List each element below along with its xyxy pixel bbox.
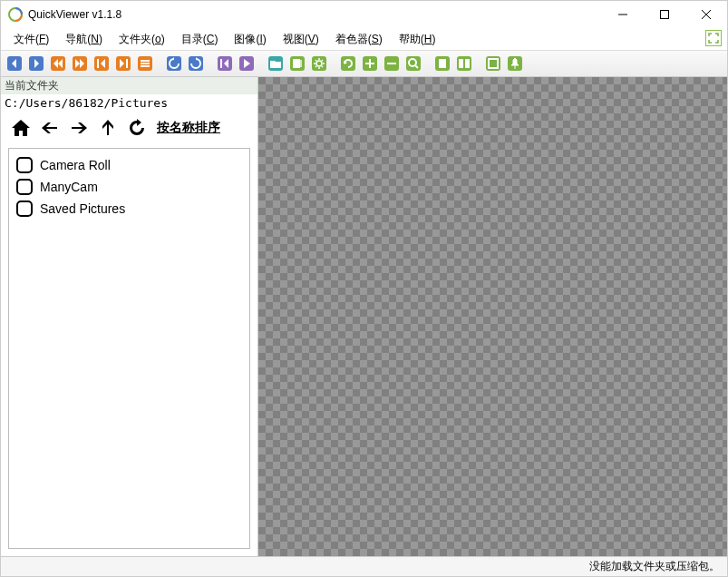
dual-page-button[interactable] bbox=[454, 54, 474, 73]
bookmark-list-button[interactable] bbox=[135, 54, 155, 73]
folder-name: Saved Pictures bbox=[40, 201, 125, 216]
sidebar: 当前文件夹 C:/Users/86182/Pictures 按名称排序 Came… bbox=[1, 77, 258, 556]
folder-item[interactable]: Saved Pictures bbox=[13, 198, 246, 220]
catalog-button[interactable] bbox=[287, 54, 307, 73]
nav-forward-button[interactable] bbox=[66, 115, 92, 141]
svg-rect-24 bbox=[300, 60, 302, 67]
close-button[interactable] bbox=[685, 1, 727, 28]
svg-rect-32 bbox=[387, 63, 396, 64]
image-viewer[interactable] bbox=[258, 77, 727, 556]
rotate-left-button[interactable] bbox=[164, 54, 184, 73]
svg-rect-12 bbox=[126, 59, 128, 68]
folder-list: Camera Roll ManyCam Saved Pictures bbox=[8, 148, 250, 549]
folder-icon bbox=[16, 200, 33, 217]
slideshow-play-button[interactable] bbox=[237, 54, 257, 73]
menu-view[interactable]: 视图(V) bbox=[276, 30, 326, 49]
rotate-right-button[interactable] bbox=[186, 54, 206, 73]
settings-button[interactable] bbox=[309, 54, 329, 73]
svg-rect-16 bbox=[141, 65, 150, 67]
pin-button[interactable] bbox=[505, 54, 525, 73]
single-page-button[interactable] bbox=[432, 54, 452, 73]
prev-button[interactable] bbox=[5, 54, 24, 73]
window-title: QuickViewer v1.1.8 bbox=[28, 8, 602, 21]
nav-back-button[interactable] bbox=[37, 115, 63, 141]
titlebar: QuickViewer v1.1.8 bbox=[1, 1, 727, 28]
zoom-in-button[interactable] bbox=[360, 54, 380, 73]
maximize-button[interactable] bbox=[644, 1, 685, 28]
open-folder-button[interactable] bbox=[266, 54, 286, 73]
reload-button[interactable] bbox=[338, 54, 358, 73]
refresh-folder-button[interactable] bbox=[124, 115, 150, 141]
svg-rect-40 bbox=[465, 59, 470, 68]
minimize-button[interactable] bbox=[602, 1, 644, 28]
svg-rect-2 bbox=[661, 11, 669, 19]
statusbar: 没能加载文件夹或压缩包。 bbox=[1, 556, 727, 576]
content-area: 当前文件夹 C:/Users/86182/Pictures 按名称排序 Came… bbox=[1, 77, 727, 556]
menu-file[interactable]: 文件(F) bbox=[6, 30, 56, 49]
svg-rect-30 bbox=[365, 63, 374, 64]
folder-nav-row: 按名称排序 bbox=[1, 112, 257, 144]
menu-folder[interactable]: 文件夹(o) bbox=[112, 30, 172, 49]
home-button[interactable] bbox=[8, 115, 34, 141]
folder-icon bbox=[16, 157, 33, 173]
fullscreen-toggle-icon[interactable] bbox=[705, 30, 722, 46]
menubar: 文件(F) 导航(N) 文件夹(o) 目录(C) 图像(I) 视图(V) 着色器… bbox=[1, 28, 727, 50]
first-page-button[interactable] bbox=[92, 54, 112, 73]
last-page-button[interactable] bbox=[113, 54, 133, 73]
folder-name: ManyCam bbox=[40, 180, 98, 194]
folder-item[interactable]: Camera Roll bbox=[13, 154, 246, 176]
menu-image[interactable]: 图像(I) bbox=[227, 30, 273, 49]
svg-rect-39 bbox=[459, 59, 463, 68]
svg-rect-27 bbox=[341, 56, 355, 71]
app-icon bbox=[8, 7, 23, 22]
svg-rect-15 bbox=[141, 63, 150, 64]
svg-rect-37 bbox=[439, 59, 446, 68]
sidebar-panel-label: 当前文件夹 bbox=[1, 77, 257, 94]
window-controls bbox=[602, 1, 727, 28]
folder-name: Camera Roll bbox=[40, 158, 111, 172]
sort-label[interactable]: 按名称排序 bbox=[157, 120, 220, 136]
menu-help[interactable]: 帮助(H) bbox=[392, 30, 443, 49]
menu-shader[interactable]: 着色器(S) bbox=[328, 30, 390, 49]
folder-item[interactable]: ManyCam bbox=[13, 176, 246, 198]
menu-navigation[interactable]: 导航(N) bbox=[58, 30, 110, 49]
menu-catalog[interactable]: 目录(C) bbox=[174, 30, 226, 49]
fast-forward-button[interactable] bbox=[70, 54, 90, 73]
slideshow-back-button[interactable] bbox=[215, 54, 235, 73]
toolbar bbox=[1, 50, 727, 77]
current-path: C:/Users/86182/Pictures bbox=[1, 94, 257, 112]
status-message: 没能加载文件夹或压缩包。 bbox=[589, 559, 720, 574]
svg-rect-20 bbox=[220, 59, 222, 68]
fullscreen-button[interactable] bbox=[483, 54, 503, 73]
nav-up-button[interactable] bbox=[95, 115, 121, 141]
next-button[interactable] bbox=[26, 54, 46, 73]
folder-icon bbox=[16, 179, 33, 195]
zoom-fit-button[interactable] bbox=[403, 54, 423, 73]
zoom-out-button[interactable] bbox=[382, 54, 402, 73]
fast-back-button[interactable] bbox=[48, 54, 68, 73]
svg-rect-10 bbox=[97, 59, 99, 68]
svg-rect-14 bbox=[141, 60, 150, 62]
